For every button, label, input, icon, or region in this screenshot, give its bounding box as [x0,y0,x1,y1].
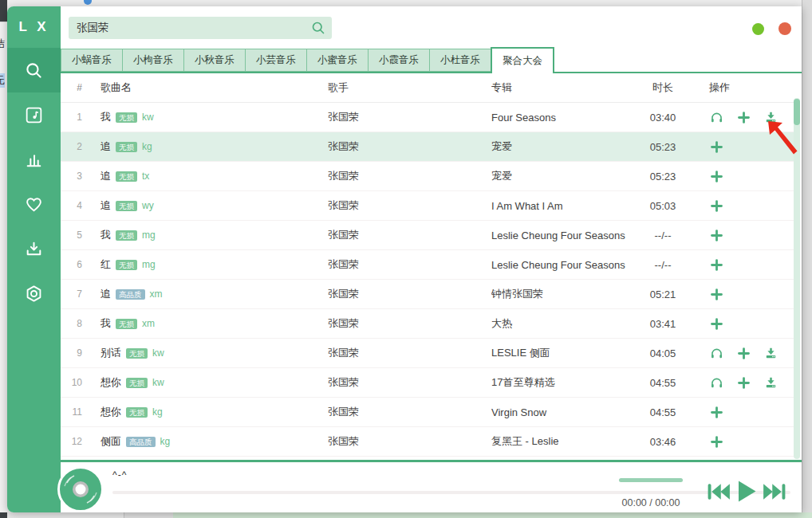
plus-icon[interactable] [709,257,724,273]
table-row[interactable]: 5我无损mg张国荣Leslie Cheung Four Seasons--/-- [61,221,794,250]
search-box [69,17,332,39]
source-tag: kw [152,347,164,359]
table-row[interactable]: 9别话无损kw张国荣LESLIE 侧面04:05 [61,339,794,368]
plus-icon[interactable] [736,346,751,361]
actions-cell [687,434,794,449]
sidebar-nav [7,48,61,316]
play-button[interactable] [736,480,757,503]
minimize-button[interactable] [752,23,764,35]
table-row[interactable]: 1我无损kw张国荣Four Seasons03:40 [61,103,794,132]
scrollbar-track[interactable] [794,98,800,459]
plus-icon[interactable] [709,434,724,449]
header-actions: 操作 [687,80,794,95]
song-title: 追 [101,139,111,154]
table-row[interactable]: 3追无损tx张国荣宠爱05:23 [61,162,794,191]
player-status-text: ^-^ [112,469,127,481]
plus-icon[interactable] [709,228,724,243]
table-row[interactable]: 7追高品质xm张国荣钟情张国荣05:21 [61,280,794,309]
scrollbar-thumb[interactable] [794,99,800,125]
tab-3[interactable]: 小秋音乐 [183,49,246,72]
tab-2[interactable]: 小枸音乐 [122,49,184,72]
song-title: 想你 [101,375,121,390]
volume-slider[interactable] [619,478,683,482]
row-index: 11 [61,406,88,418]
artist-cell: 张国荣 [328,228,491,242]
sidebar-item-music-list[interactable] [7,92,61,137]
headphones-icon[interactable] [709,375,724,390]
duration-cell: 04:55 [639,406,687,418]
tab-1[interactable]: 小蜗音乐 [61,49,123,72]
search-icon[interactable] [310,20,326,39]
plus-icon[interactable] [709,287,724,302]
previous-button[interactable] [706,482,731,501]
sidebar-item-favorites-heart[interactable] [7,182,61,226]
tab-6[interactable]: 小霞音乐 [368,49,430,72]
duration-cell: 03:46 [639,436,687,448]
duration-cell: 05:03 [639,200,687,212]
song-name-cell: 我无损mg [88,228,328,242]
plus-icon[interactable] [709,405,724,420]
table-row[interactable]: 6红无损mg张国荣Leslie Cheung Four Seasons--/-- [61,250,794,280]
headphones-icon[interactable] [709,110,724,125]
table-body: 1我无损kw张国荣Four Seasons03:402追无损kg张国荣宠爱05:… [61,103,794,457]
quality-badge: 无损 [126,378,148,388]
plus-icon[interactable] [736,375,751,390]
download-icon[interactable] [763,110,778,125]
table-row[interactable]: 10想你无损kw张国荣17首至尊精选04:55 [61,368,794,398]
album-cell: 宠爱 [491,169,639,183]
sidebar-item-settings[interactable] [7,271,61,316]
sidebar-item-download[interactable] [7,226,61,271]
song-name-cell: 追无损wy [88,198,328,213]
table-row[interactable]: 2追无损kg张国荣宠爱05:23 [61,132,794,162]
next-button[interactable] [762,482,787,501]
song-title: 红 [101,257,111,272]
download-icon[interactable] [763,375,778,390]
favorites-heart-icon [24,194,44,214]
duration-cell: 05:23 [639,171,687,182]
header-index: # [61,82,88,93]
tab-8[interactable]: 聚合大会 [491,47,554,73]
download-icon[interactable] [763,346,778,361]
song-name-cell: 追无损tx [88,169,328,183]
table-row[interactable]: 4追无损wy张国荣I Am What I Am05:03 [61,191,794,221]
plus-icon[interactable] [709,198,724,214]
sidebar-item-leaderboard[interactable] [7,137,61,182]
plus-icon[interactable] [709,169,724,184]
plus-icon[interactable] [709,139,724,155]
table-row[interactable]: 11想你无损kg张国荣Virgin Snow04:55 [61,398,794,427]
headphones-icon[interactable] [709,346,724,361]
actions-cell [687,198,794,214]
artist-cell: 张国荣 [328,110,491,124]
plus-icon[interactable] [736,110,751,125]
source-tag: mg [142,259,156,270]
song-name-cell: 追高品质xm [88,287,328,301]
song-name-cell: 红无损mg [88,257,328,272]
song-title: 追 [101,287,111,301]
tab-7[interactable]: 小杜音乐 [429,49,491,72]
song-title: 我 [101,228,111,242]
close-button[interactable] [778,22,791,35]
album-cell: 宠爱 [491,139,639,154]
plus-icon[interactable] [709,316,724,332]
progress-bar[interactable] [112,491,790,494]
row-index: 5 [61,230,88,241]
tab-4[interactable]: 小芸音乐 [245,49,307,72]
quality-badge: 无损 [116,230,137,241]
table-row[interactable]: 8我无损xm张国荣大热03:41 [61,309,794,339]
table-row[interactable]: 12侧面高品质kg张国荣复黑王 - Leslie03:46 [61,427,794,457]
row-index: 12 [61,436,88,447]
source-tag: xm [150,288,163,300]
sidebar-item-search[interactable] [7,48,61,92]
song-title: 别话 [101,346,121,360]
search-input[interactable] [69,17,332,39]
tab-5[interactable]: 小蜜音乐 [306,49,369,72]
song-name-cell: 别话无损kw [88,346,328,360]
artist-cell: 张国荣 [328,287,491,301]
background-window-bottom [0,512,812,518]
row-index: 10 [61,377,88,388]
background-text-selected: 无 [0,73,5,88]
album-disc[interactable] [57,465,104,513]
duration-cell: 03:41 [639,318,687,330]
sidebar: L X [7,6,61,512]
player-bar: ^-^ 00:00 / 00:00 [61,462,802,512]
